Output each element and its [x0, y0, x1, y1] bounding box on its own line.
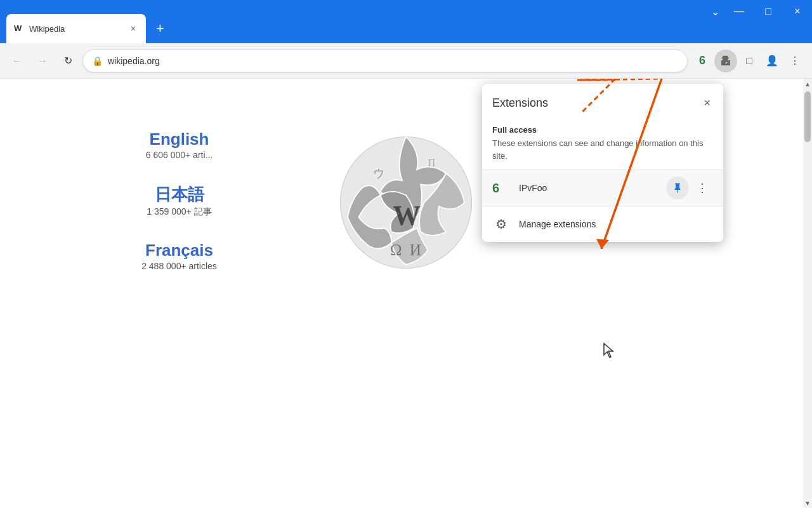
lang-item-japanese[interactable]: 日本語 1 359 000+ 記事 [51, 184, 308, 218]
gear-icon: ⚙ [492, 215, 510, 233]
toolbar: ← → ↻ 🔒 wikipedia.org 6 □ 👤 ⋮ [0, 43, 812, 79]
extension-row-ipvfoo: 6 IPvFoo ⋮ [482, 170, 723, 206]
back-button[interactable]: ← [6, 50, 28, 72]
lock-icon: 🔒 [92, 56, 103, 66]
restore-button[interactable]: □ [754, 0, 783, 23]
tab-close-button[interactable]: × [128, 22, 138, 35]
lang-count-french: 2 488 000+ articles [141, 261, 217, 271]
lang-item-english[interactable]: English 6 606 000+ arti... [51, 130, 308, 161]
lang-name-french: Français [51, 241, 308, 260]
popup-header: Extensions × [482, 84, 723, 120]
svg-text:W: W [393, 200, 421, 231]
chevron-down-icon[interactable]: ⌄ [706, 0, 724, 23]
minimize-button[interactable]: — [724, 0, 754, 23]
wiki-globe: W Ω И ウ П [333, 130, 479, 276]
toolbar-actions: 6 □ 👤 ⋮ [691, 50, 806, 72]
lang-name-english: English [51, 130, 308, 149]
tab-strip: W Wikipedia × + [0, 0, 172, 43]
popup-full-access-title: Full access [482, 120, 723, 137]
wikipedia-globe-svg: W Ω И ウ П [333, 130, 479, 276]
svg-text:Ω: Ω [390, 241, 402, 258]
ipvfoo-badge-number: 6 [699, 54, 705, 67]
reload-button[interactable]: ↻ [57, 50, 79, 72]
content-area: English 6 606 000+ arti... 日本語 1 359 000… [0, 79, 812, 508]
svg-text:И: И [410, 241, 421, 258]
scroll-down-arrow[interactable]: ▼ [803, 498, 812, 508]
menu-button[interactable]: ⋮ [784, 50, 806, 72]
sidebar-button[interactable]: □ [738, 50, 760, 72]
scroll-up-arrow[interactable]: ▲ [803, 79, 812, 89]
manage-extensions-row[interactable]: ⚙ Manage extensions [482, 206, 723, 242]
lang-item-french[interactable]: Français 2 488 000+ articles [51, 241, 308, 272]
tab-title: Wikipedia [29, 24, 123, 34]
lang-col-left: English 6 606 000+ arti... 日本語 1 359 000… [51, 130, 308, 276]
svg-text:П: П [428, 157, 436, 168]
puzzle-icon [719, 55, 732, 67]
extension-pin-button[interactable] [666, 177, 689, 199]
svg-text:ウ: ウ [373, 167, 384, 180]
scrollbar[interactable]: ▲ ▼ [803, 79, 812, 508]
close-button[interactable]: × [783, 0, 812, 23]
pin-icon [672, 182, 683, 194]
popup-close-button[interactable]: × [701, 94, 713, 112]
scroll-thumb[interactable] [804, 91, 811, 142]
forward-button[interactable]: → [32, 50, 53, 72]
extension-badge: 6 [492, 181, 511, 196]
popup-title: Extensions [492, 97, 548, 110]
extension-name: IPvFoo [511, 183, 666, 193]
profile-button[interactable]: 👤 [761, 50, 783, 72]
extensions-popup: Extensions × Full access These extension… [482, 84, 723, 242]
address-bar[interactable]: 🔒 wikipedia.org [82, 50, 688, 72]
title-bar: W Wikipedia × + ⌄ — □ × [0, 0, 812, 43]
cursor [603, 342, 617, 361]
extensions-button[interactable] [714, 50, 737, 72]
extension-more-button[interactable]: ⋮ [691, 177, 713, 199]
new-tab-button[interactable]: + [148, 14, 172, 43]
window-controls: ⌄ — □ × [706, 0, 812, 23]
lang-count-english: 6 606 000+ arti... [146, 150, 213, 160]
cursor-svg [603, 342, 617, 359]
tab-favicon: W [14, 23, 24, 34]
lang-name-japanese: 日本語 [51, 184, 308, 206]
lang-count-japanese: 1 359 000+ 記事 [147, 206, 211, 217]
popup-full-access-desc: These extensions can see and change info… [482, 137, 723, 170]
address-text: wikipedia.org [108, 56, 678, 66]
ipvfoo-badge-button[interactable]: 6 [691, 50, 713, 72]
manage-extensions-label: Manage extensions [519, 219, 596, 229]
active-tab[interactable]: W Wikipedia × [6, 14, 146, 43]
